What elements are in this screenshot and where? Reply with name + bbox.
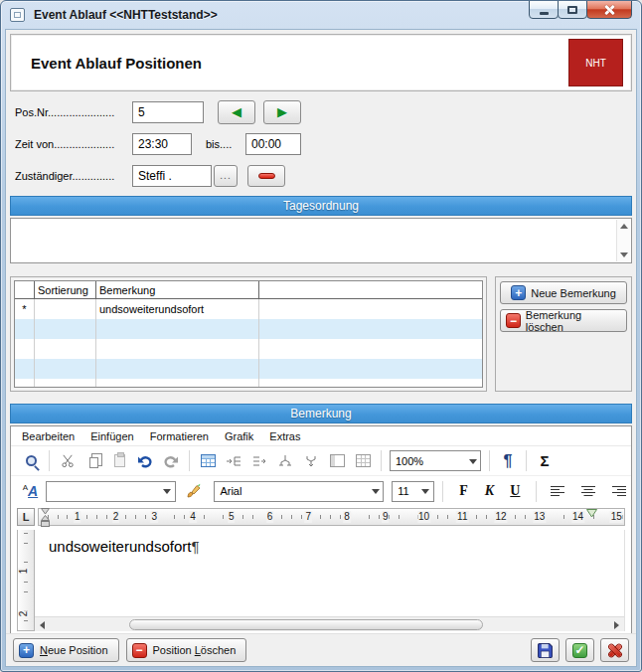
bemerkung-cell: undsoweiterundsofort: [96, 299, 259, 319]
left-indent-marker[interactable]: [41, 508, 50, 527]
font-color-button[interactable]: AA: [18, 479, 43, 504]
header-panel: Event Ablauf Positionen NHT: [10, 34, 632, 91]
zeit-bis-input[interactable]: [245, 133, 301, 155]
font-select[interactable]: Arial: [214, 481, 384, 502]
save-button[interactable]: [531, 638, 560, 662]
arrow-left-icon: ◀: [232, 104, 241, 119]
right-indent-marker[interactable]: [586, 509, 597, 518]
ruler-number: 1: [74, 511, 81, 523]
scroll-right-icon: [614, 621, 619, 629]
table-row[interactable]: [15, 379, 482, 388]
bis-label: bis....: [206, 138, 245, 150]
ruler-number: 15: [610, 511, 623, 523]
table-row[interactable]: [15, 359, 482, 379]
font-size-select[interactable]: 11: [392, 481, 433, 502]
neue-position-button[interactable]: + Neue Position: [13, 638, 119, 662]
grid-header-filler: [259, 281, 482, 298]
sum-formula-button[interactable]: Σ: [532, 448, 558, 473]
zustaendiger-remove-button[interactable]: [247, 165, 285, 187]
table-grid-icon: [356, 454, 371, 467]
zustaendiger-input[interactable]: [132, 165, 212, 187]
magnifier-icon: [26, 455, 37, 466]
grid-header-sortierung[interactable]: Sortierung: [35, 281, 96, 298]
table-borders-button[interactable]: [350, 448, 376, 473]
table-header-icon: [330, 454, 345, 467]
zustaendiger-row: Zuständiger.............. ...: [15, 164, 636, 187]
menu-grafik[interactable]: Grafik: [225, 430, 253, 442]
maximize-button[interactable]: [558, 0, 587, 19]
horizontal-scrollbar[interactable]: [35, 616, 624, 631]
undo-button[interactable]: [132, 448, 158, 473]
style-select[interactable]: [46, 481, 176, 502]
redo-button[interactable]: [158, 448, 184, 473]
align-left-button[interactable]: [545, 479, 569, 504]
tagesordnung-scrollbar[interactable]: [616, 220, 630, 261]
table-row[interactable]: [15, 339, 482, 359]
menu-extras[interactable]: Extras: [269, 430, 300, 442]
vertical-ruler[interactable]: 12: [17, 530, 35, 631]
previous-position-button[interactable]: ◀: [218, 100, 255, 124]
insert-row-button[interactable]: [221, 448, 246, 473]
print-preview-button[interactable]: [18, 448, 44, 473]
ok-button[interactable]: ✓: [565, 638, 594, 662]
merge-cells-button[interactable]: [298, 448, 324, 473]
cut-button[interactable]: [55, 448, 80, 473]
italic-button[interactable]: K: [477, 479, 503, 503]
format-brush-button[interactable]: [182, 479, 207, 504]
neue-bemerkung-button[interactable]: + Neue Bemerkung: [500, 281, 627, 304]
ruler-number: 9: [382, 511, 390, 523]
menu-bearbeiten[interactable]: Bearbeiten: [22, 430, 75, 442]
menu-einfuegen[interactable]: Einfügen: [90, 430, 133, 442]
insert-column-button[interactable]: [246, 448, 272, 473]
scrollbar-thumb[interactable]: [129, 619, 483, 630]
table-header-button[interactable]: [324, 448, 350, 473]
pos-nr-row: Pos.Nr...................... ◀ ▶: [15, 100, 636, 123]
grid-header-bemerkung[interactable]: Bemerkung: [96, 281, 259, 298]
bemerkungen-grid-frame: Sortierung Bemerkung * undsoweiterundsof…: [10, 276, 487, 392]
bold-button[interactable]: F: [451, 479, 477, 503]
position-loeschen-button[interactable]: − Position Löschen: [126, 638, 247, 662]
pos-nr-input[interactable]: [132, 101, 204, 123]
plus-icon: +: [19, 643, 34, 658]
remove-icon: [258, 173, 275, 179]
ruler-number: 2: [18, 610, 29, 616]
titlebar[interactable]: Event Ablauf <<NHTTeststand>>: [1, 1, 641, 29]
font-color-icon: AA: [23, 484, 38, 498]
editor-toolbar-format: AA Arial 11 F K: [11, 476, 631, 506]
zoom-select[interactable]: 100%: [390, 450, 481, 471]
ruler-number: 5: [228, 511, 236, 523]
zeit-von-input[interactable]: [132, 133, 192, 155]
document-area[interactable]: undsoweiterundsofort¶: [35, 530, 625, 631]
document-text-content: undsoweiterundsofort: [49, 538, 191, 555]
bemerkung-header: Bemerkung: [10, 404, 632, 423]
tab-stop-selector[interactable]: L: [17, 508, 35, 526]
insert-row-icon: [226, 454, 241, 468]
menu-formatieren[interactable]: Formatieren: [150, 430, 209, 442]
show-paragraph-marks-button[interactable]: ¶: [495, 448, 521, 473]
align-right-button[interactable]: [606, 479, 631, 504]
nht-logo: NHT: [568, 39, 623, 86]
close-button[interactable]: [586, 0, 632, 19]
split-cells-button[interactable]: [272, 448, 298, 473]
copy-button[interactable]: [80, 448, 106, 473]
horizontal-ruler[interactable]: 123456789101112131415: [38, 508, 625, 526]
underline-button[interactable]: U: [502, 479, 528, 503]
align-center-button[interactable]: [575, 479, 600, 504]
next-position-button[interactable]: ▶: [263, 100, 301, 124]
editor-menubar: Bearbeiten Einfügen Formatieren Grafik E…: [11, 426, 631, 446]
paste-icon: [114, 454, 125, 467]
minimize-button[interactable]: [529, 0, 559, 19]
zeit-von-label: Zeit von....................: [15, 138, 132, 150]
insert-table-button[interactable]: [195, 448, 221, 473]
ruler-number: 12: [495, 511, 508, 523]
maximize-icon: [567, 6, 577, 14]
zustaendiger-browse-button[interactable]: ...: [214, 165, 238, 187]
tagesordnung-textarea[interactable]: [10, 218, 632, 263]
document-text[interactable]: undsoweiterundsofort¶: [35, 530, 624, 555]
table-row[interactable]: * undsoweiterundsofort: [15, 299, 482, 319]
cancel-button[interactable]: [600, 638, 629, 662]
table-row[interactable]: [15, 319, 482, 339]
paste-button[interactable]: [106, 448, 132, 473]
bemerkung-loeschen-button[interactable]: − Bemerkung löschen: [500, 309, 627, 332]
grid-header-row: Sortierung Bemerkung: [15, 281, 482, 299]
